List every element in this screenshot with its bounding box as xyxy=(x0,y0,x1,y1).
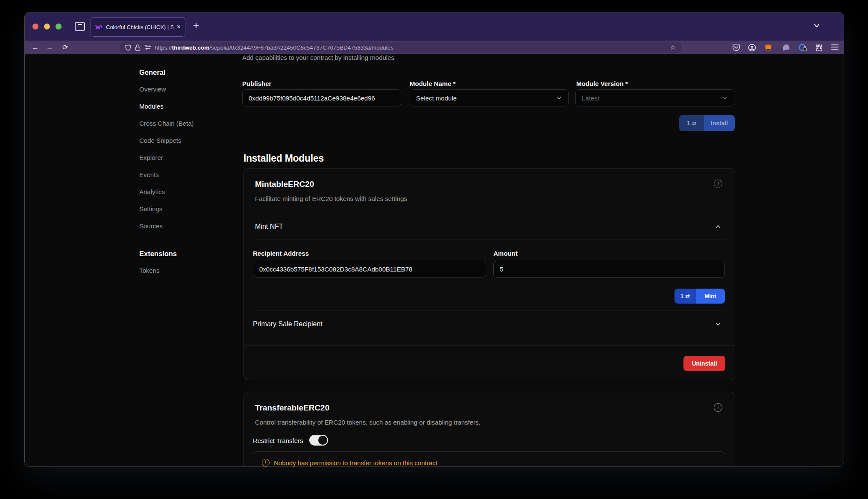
tab-list-chevron-icon[interactable] xyxy=(812,21,821,30)
phantom-ghost-icon[interactable] xyxy=(782,44,790,52)
recipient-address-label: Recipient Address xyxy=(253,250,309,257)
forward-button[interactable]: → xyxy=(46,42,53,53)
sidebar-item-settings[interactable]: Settings xyxy=(139,205,162,213)
tracking-protection-shield-icon[interactable] xyxy=(125,44,131,50)
url-bar[interactable]: https://thirdweb.com/sepolia/0x3244A9F67… xyxy=(120,42,681,53)
amount-input[interactable] xyxy=(493,261,725,278)
module-name-select[interactable]: Select module xyxy=(410,89,569,106)
permissions-icon[interactable] xyxy=(145,44,151,50)
url-text: https://thirdweb.com/sepolia/0x3244A9F67… xyxy=(155,44,393,51)
sidebar-divider xyxy=(242,54,242,467)
sidebar-item-modules[interactable]: Modules xyxy=(139,103,164,110)
url-domain: thirdweb.com xyxy=(172,44,210,51)
chevron-down-icon xyxy=(556,95,562,101)
card-footer-divider xyxy=(244,345,735,345)
browser-toolbar: ← → ⟳ https://thirdweb.com/sepolia/0x324… xyxy=(25,41,844,54)
metamask-icon[interactable] xyxy=(764,44,772,52)
chevron-down-icon xyxy=(722,95,728,101)
primary-sale-recipient-section-header[interactable]: Primary Sale Recipient xyxy=(253,320,323,328)
tab-strip: Colorful Chicks (CHICK) | Sepoli × + xyxy=(25,12,844,41)
warning-icon: ! xyxy=(262,459,270,467)
restrict-transfers-toggle[interactable] xyxy=(309,435,328,446)
zoom-window-button[interactable] xyxy=(56,24,62,30)
divider xyxy=(255,239,725,239)
sidebar-item-cross-chain[interactable]: Cross Chain (Beta) xyxy=(139,120,194,127)
amount-label: Amount xyxy=(493,250,518,257)
module-card-transferable-erc20: TransferableERC20 i Control transferabil… xyxy=(243,392,735,467)
divider xyxy=(252,215,727,215)
account-icon[interactable] xyxy=(748,44,756,52)
swap-arrows-icon: ⇄ xyxy=(685,293,690,299)
window-controls xyxy=(32,12,62,41)
sidebar-item-code-snippets[interactable]: Code Snippets xyxy=(139,137,181,144)
recipient-address-input[interactable] xyxy=(253,261,486,278)
module-name-label: Module Name * xyxy=(410,80,456,87)
sidebar-heading-general: General xyxy=(139,68,165,77)
module-description: Facilitate minting of ERC20 tokens with … xyxy=(255,195,407,202)
sidebar-item-overview[interactable]: Overview xyxy=(139,86,166,93)
bookmark-star-icon[interactable]: ☆ xyxy=(670,44,676,51)
warning-text: Nobody has permission to transfer tokens… xyxy=(274,459,437,467)
back-button[interactable]: ← xyxy=(32,42,39,53)
uninstall-button[interactable]: Uninstall xyxy=(683,356,725,371)
permission-warning-box: ! Nobody has permission to transfer toke… xyxy=(253,451,725,467)
close-window-button[interactable] xyxy=(32,24,38,30)
browser-tab[interactable]: Colorful Chicks (CHICK) | Sepoli × xyxy=(91,17,185,37)
install-button[interactable]: Install xyxy=(704,115,735,131)
screenshot-stage: Colorful Chicks (CHICK) | Sepoli × + ← →… xyxy=(0,0,868,499)
module-version-label: Module Version * xyxy=(576,80,628,87)
sidebar-item-events[interactable]: Events xyxy=(139,171,159,178)
module-card-mintable-erc20: MintableERC20 i Facilitate minting of ER… xyxy=(243,168,735,380)
wallet-extension-icon[interactable] xyxy=(798,44,806,52)
info-icon[interactable]: i xyxy=(714,180,722,188)
thirdweb-favicon-icon xyxy=(95,24,103,30)
new-tab-button[interactable]: + xyxy=(193,19,199,31)
sidebar-item-sources[interactable]: Sources xyxy=(139,222,163,230)
firefox-view-icon[interactable] xyxy=(74,21,85,32)
modules-subtitle: Add capabilities to your contract by ins… xyxy=(242,54,394,61)
toggle-knob xyxy=(318,436,327,445)
publisher-label: Publisher xyxy=(242,80,271,87)
publisher-input[interactable] xyxy=(242,89,401,106)
swap-arrows-icon: ⇄ xyxy=(692,120,696,127)
menu-hamburger-icon[interactable] xyxy=(831,44,839,50)
mint-nft-section-header[interactable]: Mint NFT xyxy=(255,223,283,230)
sidebar-item-analytics[interactable]: Analytics xyxy=(139,188,165,195)
chevron-up-icon[interactable] xyxy=(715,224,721,230)
divider xyxy=(255,310,725,310)
module-title: MintableERC20 xyxy=(255,180,314,189)
extensions-puzzle-icon[interactable] xyxy=(815,44,823,52)
browser-window: Colorful Chicks (CHICK) | Sepoli × + ← →… xyxy=(24,12,844,467)
minimize-window-button[interactable] xyxy=(44,24,50,30)
sidebar-heading-extensions: Extensions xyxy=(139,250,177,258)
sidebar-item-explorer[interactable]: Explorer xyxy=(139,154,163,161)
module-title: TransferableERC20 xyxy=(255,403,329,413)
install-split-button[interactable]: 1⇄ Install xyxy=(679,115,735,131)
restrict-transfers-label: Restrict Transfers xyxy=(253,437,303,444)
lock-icon[interactable] xyxy=(135,44,141,50)
reload-button[interactable]: ⟳ xyxy=(62,42,68,53)
pocket-icon[interactable] xyxy=(732,44,740,52)
installed-modules-heading: Installed Modules xyxy=(243,153,324,164)
chevron-down-icon[interactable] xyxy=(715,321,721,327)
module-description: Control transferability of ERC20 tokens,… xyxy=(255,419,481,426)
info-icon[interactable]: i xyxy=(714,403,722,412)
module-version-select[interactable]: Latest xyxy=(575,89,734,106)
mint-button[interactable]: Mint xyxy=(696,289,725,304)
tab-title: Colorful Chicks (CHICK) | Sepoli xyxy=(106,24,173,30)
sidebar-item-tokens[interactable]: Tokens xyxy=(139,267,160,274)
install-tx-count: 1⇄ xyxy=(679,115,704,131)
mint-tx-count: 1⇄ xyxy=(674,289,696,304)
mint-split-button[interactable]: 1⇄ Mint xyxy=(674,289,725,304)
tab-close-icon[interactable]: × xyxy=(177,24,181,30)
